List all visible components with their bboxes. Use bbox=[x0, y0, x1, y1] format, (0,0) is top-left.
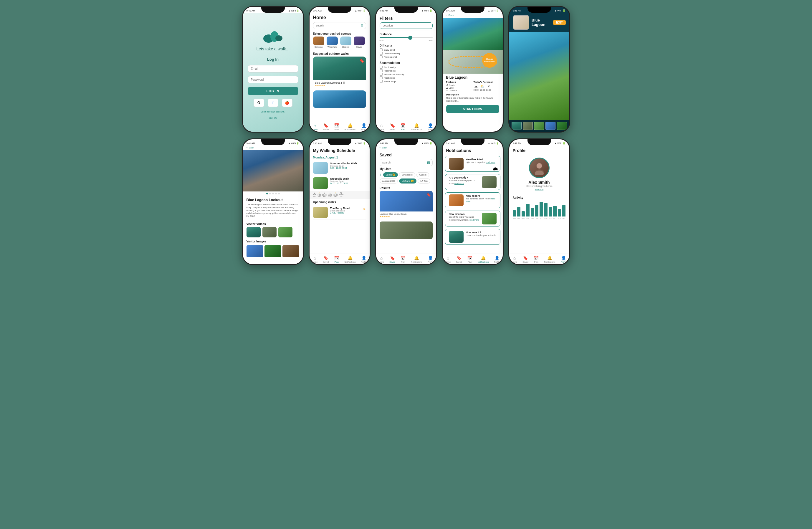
read-more-ready[interactable]: read more bbox=[454, 182, 464, 184]
nav-saved[interactable]: 🔖Saved bbox=[389, 256, 395, 263]
thumb-5[interactable] bbox=[557, 121, 567, 130]
accom-toilets[interactable]: Real toilets bbox=[380, 69, 433, 72]
nav-plan[interactable]: 📅Plan bbox=[401, 256, 406, 263]
read-more-record[interactable]: read more bbox=[466, 198, 495, 203]
nav-home[interactable]: ⌂Home bbox=[445, 256, 451, 263]
start-now-button[interactable]: START NOW bbox=[446, 105, 499, 113]
visitor-img-3[interactable] bbox=[282, 245, 299, 257]
checkbox-easy[interactable] bbox=[380, 48, 382, 51]
thumb-4[interactable] bbox=[546, 121, 555, 130]
thumb-2[interactable] bbox=[523, 121, 533, 130]
nav-plan[interactable]: 📅Plan bbox=[401, 123, 406, 130]
edit-info-link[interactable]: Edit Info bbox=[535, 188, 543, 191]
checkbox-wheelchair[interactable] bbox=[380, 73, 382, 76]
result-card-1[interactable]: 🔖 Llafranc Blue Loop, Spain ★★★★★ bbox=[380, 191, 433, 219]
difficulty-easy[interactable]: Easy stroll bbox=[380, 48, 433, 51]
thumb-3[interactable] bbox=[534, 121, 544, 130]
nav-saved[interactable]: 🔖Saved bbox=[323, 256, 329, 263]
search-bar[interactable]: ⊞ bbox=[380, 159, 433, 166]
distance-slider[interactable] bbox=[380, 37, 433, 38]
checkbox-medium[interactable] bbox=[380, 52, 382, 55]
nav-home[interactable]: ⌂Home bbox=[379, 256, 385, 263]
list-tag-aug2023[interactable]: August 2023 bbox=[380, 178, 398, 184]
back-nav[interactable]: ← Back bbox=[443, 13, 503, 18]
read-more-weather[interactable]: read more bbox=[486, 161, 495, 163]
visitor-img-2[interactable] bbox=[264, 245, 281, 257]
email-field[interactable] bbox=[248, 65, 298, 72]
nav-saved[interactable]: 🔖Saved bbox=[389, 123, 395, 130]
search-input[interactable] bbox=[316, 24, 359, 27]
accom-snack[interactable]: Snack stop bbox=[380, 80, 433, 83]
nav-notifications[interactable]: 🔔Notifications bbox=[411, 123, 422, 130]
nav-notifications[interactable]: 🔔Notifications bbox=[477, 256, 489, 263]
nav-plan[interactable]: 📅Plan bbox=[334, 123, 339, 130]
walk-card-2[interactable] bbox=[313, 90, 366, 108]
list-tag-spain[interactable]: Spain 😊 bbox=[383, 172, 398, 177]
filter-icon[interactable]: ⊞ bbox=[361, 24, 363, 28]
difficulty-medium[interactable]: Get me moving bbox=[380, 52, 433, 55]
back-nav[interactable]: ← Back bbox=[243, 145, 303, 150]
nav-saved[interactable]: 🔖Saved bbox=[456, 256, 462, 263]
apple-login-button[interactable]: 🍎 bbox=[282, 99, 292, 107]
accom-pet[interactable]: Pet friendly bbox=[380, 66, 433, 69]
nav-plan[interactable]: 📅Plan bbox=[334, 256, 339, 263]
nav-profile[interactable]: 👤Profile bbox=[561, 256, 567, 263]
nav-saved[interactable]: 🔖Saved bbox=[323, 123, 329, 130]
checkbox-rest[interactable] bbox=[380, 76, 382, 79]
password-field[interactable] bbox=[248, 76, 298, 83]
back-nav[interactable]: ← Back bbox=[376, 145, 436, 150]
scene-canyons[interactable]: Canyons bbox=[313, 37, 324, 48]
nav-profile[interactable]: 👤Profile bbox=[427, 123, 434, 130]
google-login-button[interactable]: G bbox=[253, 99, 264, 107]
nav-profile[interactable]: 👤Profile bbox=[494, 256, 500, 263]
checkbox-toilets[interactable] bbox=[380, 69, 382, 72]
bookmark-icon-1[interactable]: 🔖 bbox=[426, 192, 431, 197]
nav-notifications[interactable]: 🔔Notifications bbox=[544, 256, 555, 263]
add-list-button[interactable]: + bbox=[380, 172, 382, 177]
nav-profile[interactable]: 👤Profile bbox=[427, 256, 434, 263]
video-thumb-3[interactable] bbox=[278, 227, 292, 238]
list-tag-llafranc[interactable]: Llafranc 😊 bbox=[399, 178, 417, 184]
checkbox-hard[interactable] bbox=[380, 55, 382, 58]
accom-wheelchair[interactable]: Wheelchair friendly bbox=[380, 73, 433, 76]
slider-thumb[interactable] bbox=[408, 35, 412, 40]
nav-plan[interactable]: 📅Plan bbox=[534, 256, 539, 263]
result-card-2[interactable] bbox=[380, 221, 433, 239]
scene-waterfalls[interactable]: Waterfalls bbox=[327, 37, 338, 48]
video-thumb-2[interactable] bbox=[262, 227, 277, 238]
difficulty-hard[interactable]: Professional bbox=[380, 55, 433, 58]
sign-up-link[interactable]: Sign Up bbox=[269, 117, 277, 119]
bookmark-icon[interactable]: 🔖 bbox=[359, 58, 364, 63]
walk-card-1[interactable]: 🔖 Blue Lagoon Lookout, Fiji ★★★★★ bbox=[313, 57, 366, 88]
nav-home[interactable]: ⌂Home bbox=[312, 256, 318, 263]
nav-plan[interactable]: 📅Plan bbox=[467, 256, 472, 263]
accom-rest[interactable]: Rest stops bbox=[380, 76, 433, 79]
exit-button[interactable]: EXIT bbox=[553, 20, 565, 25]
read-more-reviews[interactable]: read more bbox=[469, 219, 479, 221]
login-button[interactable]: LOG IN bbox=[248, 87, 298, 95]
scene-glaciers[interactable]: Glaciers bbox=[340, 37, 351, 48]
facebook-login-button[interactable]: f bbox=[268, 99, 278, 107]
visitor-img-1[interactable] bbox=[247, 245, 263, 257]
nav-home[interactable]: ⌂Home bbox=[379, 123, 385, 130]
checkbox-snack[interactable] bbox=[380, 80, 382, 83]
list-tag-la-trip[interactable]: LA Trip bbox=[418, 178, 430, 184]
video-thumb-1[interactable] bbox=[247, 227, 261, 238]
nav-home[interactable]: ⌂Home bbox=[312, 123, 318, 130]
filter-icon[interactable]: ⊞ bbox=[427, 160, 430, 165]
nav-profile[interactable]: 👤Profile bbox=[361, 123, 367, 130]
nav-home[interactable]: ⌂Home bbox=[512, 256, 518, 263]
nav-profile[interactable]: 👤Profile bbox=[361, 256, 367, 263]
location-input[interactable] bbox=[380, 23, 433, 29]
search-bar[interactable]: ⊞ bbox=[313, 22, 366, 29]
nav-notifications[interactable]: 🔔Notifications bbox=[344, 123, 356, 130]
thumb-1[interactable] bbox=[511, 121, 522, 130]
checkbox-pet[interactable] bbox=[380, 66, 382, 69]
nav-notifications[interactable]: 🔔Notifications bbox=[344, 256, 356, 263]
upcoming-item-1[interactable]: The Furry Road South of France 2 Aug, Tu… bbox=[313, 205, 366, 219]
list-tag-singapore[interactable]: Singapore bbox=[399, 172, 415, 177]
search-input[interactable] bbox=[382, 161, 426, 164]
nav-notifications[interactable]: 🔔Notifications bbox=[411, 256, 422, 263]
scene-caves[interactable]: Caves bbox=[354, 37, 365, 48]
list-tag-august[interactable]: August bbox=[417, 172, 429, 177]
